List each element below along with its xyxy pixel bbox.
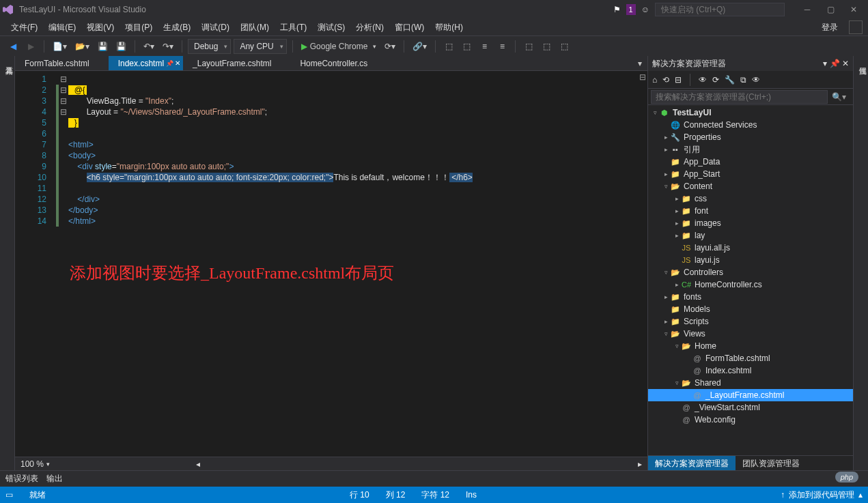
tree-row[interactable]: ▸📁Scripts <box>648 315 853 328</box>
tree-row[interactable]: @Web.config <box>648 414 853 426</box>
panel-close-icon[interactable]: ✕ <box>842 59 849 68</box>
scroll-right-icon[interactable]: ▸ <box>638 459 642 469</box>
expand-icon[interactable]: ▸ <box>673 207 681 214</box>
expand-icon[interactable]: ▸ <box>673 232 681 239</box>
scroll-left-icon[interactable]: ◂ <box>196 459 200 469</box>
tree-row[interactable]: ▸📁lay <box>648 229 853 242</box>
expand-icon[interactable]: ▸ <box>662 146 670 153</box>
search-icon[interactable]: 🔍▾ <box>828 92 850 102</box>
maximize-button[interactable]: ▢ <box>819 1 842 18</box>
home-icon[interactable]: ⌂ <box>652 75 657 85</box>
tab-team-explorer[interactable]: 团队资源管理器 <box>736 456 807 470</box>
start-debug-button[interactable]: ▶ Google Chrome ▾ <box>298 39 380 54</box>
nav-back-button[interactable]: ◀ <box>5 39 20 54</box>
panel-menu-icon[interactable]: ▾ <box>823 59 827 68</box>
pin-icon[interactable]: 📌 <box>166 60 173 67</box>
tb-misc-7[interactable]: ⬚ <box>557 39 572 54</box>
properties-strip[interactable]: 属性 <box>853 56 868 470</box>
tb-misc-2[interactable]: ⬚ <box>459 39 474 54</box>
sign-in-link[interactable]: 登录 <box>816 20 843 35</box>
menu-item[interactable]: 测试(S) <box>312 20 350 35</box>
tree-row[interactable]: 📁Models <box>648 303 853 315</box>
tree-row[interactable]: ▿📂Views <box>648 328 853 340</box>
tree-row[interactable]: JSlayui.all.js <box>648 242 853 254</box>
menu-item[interactable]: 团队(M) <box>235 20 275 35</box>
solution-tree[interactable]: ▿⬢TestLayUI🌐Connected Services▸🔧Properti… <box>648 105 853 455</box>
tree-row[interactable]: ▿📂Content <box>648 180 853 192</box>
show-all-icon[interactable]: 👁 <box>699 75 707 85</box>
tree-row[interactable]: ▸📁App_Start <box>648 168 853 180</box>
file-tab[interactable]: Index.cshtml📌✕ <box>109 56 183 70</box>
platform-dropdown[interactable]: Any CPU <box>234 39 286 54</box>
expand-icon[interactable]: ▿ <box>662 330 670 337</box>
expand-icon[interactable]: ▸ <box>662 293 670 300</box>
expand-icon[interactable]: ▸ <box>662 171 670 177</box>
expand-icon[interactable]: ▸ <box>662 318 670 325</box>
menu-item[interactable]: 分析(N) <box>350 20 389 35</box>
notification-badge[interactable]: 1 <box>626 4 636 15</box>
tab-overflow-button[interactable]: ▾ <box>632 56 647 71</box>
tree-row[interactable]: @_LayoutFrame.cshtml <box>648 389 853 401</box>
file-tab[interactable]: FormTable.cshtml <box>15 56 109 70</box>
minimize-button[interactable]: ─ <box>796 1 819 18</box>
expand-icon[interactable]: ▸ <box>673 220 681 227</box>
tree-row[interactable]: ▿⬢TestLayUI <box>648 106 853 119</box>
close-button[interactable]: ✕ <box>842 1 865 18</box>
expand-icon[interactable]: ▿ <box>662 183 670 190</box>
tree-row[interactable]: ▸📁fonts <box>648 291 853 303</box>
tree-row[interactable]: ▿📂Shared <box>648 377 853 389</box>
tree-row[interactable]: ▿📂Controllers <box>648 266 853 278</box>
save-all-button[interactable]: 💾 <box>113 39 129 54</box>
menu-item[interactable]: 编辑(E) <box>43 20 81 35</box>
tree-row[interactable]: 📁App_Data <box>648 156 853 168</box>
menu-item[interactable]: 工具(T) <box>275 20 312 35</box>
tree-row[interactable]: ▸🔧Properties <box>648 131 853 143</box>
tree-row[interactable]: ▸📁css <box>648 192 853 205</box>
menu-item[interactable]: 视图(V) <box>81 20 120 35</box>
menu-item[interactable]: 调试(D) <box>196 20 235 35</box>
expand-icon[interactable]: ▿ <box>651 109 659 116</box>
status-source-control[interactable]: ↑ 添加到源代码管理 ▴ <box>781 489 863 501</box>
quick-launch-input[interactable] <box>655 3 785 16</box>
new-project-button[interactable]: 📄▾ <box>50 39 70 54</box>
redo-button[interactable]: ↷▾ <box>160 39 176 54</box>
menu-item[interactable]: 窗口(W) <box>389 20 430 35</box>
tree-row[interactable]: ▸▪▪引用 <box>648 143 853 156</box>
tree-row[interactable]: JSlayui.js <box>648 254 853 266</box>
file-tab[interactable]: _LayoutFrame.cshtml <box>183 56 290 70</box>
solution-search-input[interactable] <box>651 90 828 104</box>
refresh-icon[interactable]: ⟳ <box>712 75 719 85</box>
avatar-placeholder[interactable] <box>849 20 863 34</box>
tab-solution-explorer[interactable]: 解决方案资源管理器 <box>648 456 736 470</box>
file-tab[interactable]: HomeController.cs <box>290 56 387 70</box>
expand-icon[interactable]: ▿ <box>662 269 670 276</box>
copy-icon[interactable]: ⧉ <box>740 75 746 85</box>
tab-output[interactable]: 输出 <box>46 473 63 485</box>
save-button[interactable]: 💾 <box>95 39 111 54</box>
browser-link-button[interactable]: 🔗▾ <box>410 39 430 54</box>
expand-icon[interactable]: ▸ <box>673 281 681 288</box>
menu-item[interactable]: 文件(F) <box>5 20 43 35</box>
undo-button[interactable]: ↶▾ <box>141 39 157 54</box>
code-editor[interactable]: 1234567891011121314 ⊟⊟⊟⊟ @{ ViewBag.Titl… <box>15 71 647 457</box>
zoom-dropdown-icon[interactable]: ▾ <box>46 461 50 468</box>
open-file-button[interactable]: 📂▾ <box>72 39 92 54</box>
preview-icon[interactable]: 👁 <box>752 75 760 85</box>
expand-icon[interactable]: ▸ <box>673 195 681 202</box>
tree-row[interactable]: ▸📁font <box>648 205 853 217</box>
expand-icon[interactable]: ▿ <box>673 343 681 349</box>
panel-pin-icon[interactable]: 📌 <box>830 59 840 68</box>
menu-item[interactable]: 项目(P) <box>120 20 158 35</box>
close-tab-icon[interactable]: ✕ <box>175 59 180 67</box>
tree-row[interactable]: ▿📂Home <box>648 340 853 352</box>
expand-icon[interactable]: ▿ <box>673 379 681 386</box>
feedback-icon[interactable]: ☺ <box>641 5 649 14</box>
toolbox-strip[interactable]: 工具箱 <box>0 56 15 470</box>
tree-row[interactable]: ▸📁images <box>648 217 853 229</box>
browser-refresh-button[interactable]: ⟳▾ <box>382 39 398 54</box>
menu-item[interactable]: 生成(B) <box>158 20 196 35</box>
expand-icon[interactable]: ▸ <box>662 134 670 141</box>
tree-row[interactable]: ▸C#HomeController.cs <box>648 278 853 291</box>
zoom-level[interactable]: 100 % <box>20 459 44 469</box>
tree-row[interactable]: @_ViewStart.cshtml <box>648 401 853 414</box>
